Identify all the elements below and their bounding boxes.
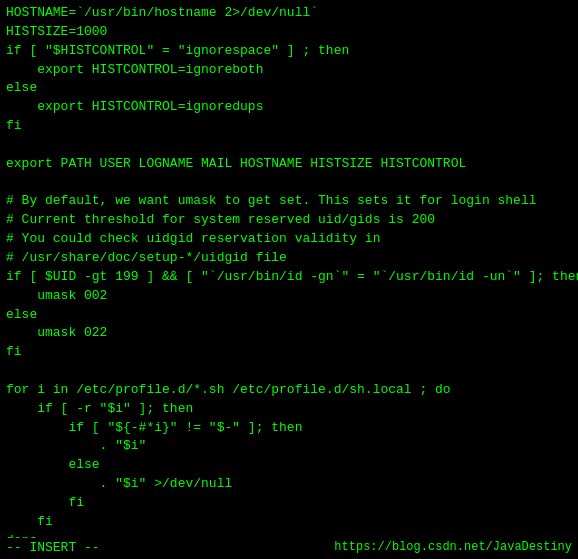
code-line: if [ "${-#*i}" != "$-" ]; then (6, 419, 572, 438)
insert-mode-label: -- INSERT -- (6, 539, 100, 558)
code-line: HISTSIZE=1000 (6, 23, 572, 42)
code-line: HOSTNAME=`/usr/bin/hostname 2>/dev/null` (6, 4, 572, 23)
code-line: else (6, 79, 572, 98)
code-line (6, 136, 572, 155)
code-line: else (6, 306, 572, 325)
code-line: . "$i" (6, 437, 572, 456)
code-line (6, 362, 572, 381)
code-line: export HISTCONTROL=ignoredups (6, 98, 572, 117)
code-line: if [ $UID -gt 199 ] && [ "`/usr/bin/id -… (6, 268, 572, 287)
watermark-text: https://blog.csdn.net/JavaDestiny (334, 539, 572, 558)
code-line: # You could check uidgid reservation val… (6, 230, 572, 249)
code-line: umask 002 (6, 287, 572, 306)
code-line: if [ -r "$i" ]; then (6, 400, 572, 419)
code-line: # Current threshold for system reserved … (6, 211, 572, 230)
status-bar: -- INSERT -- https://blog.csdn.net/JavaD… (0, 538, 578, 559)
code-line: export HISTCONTROL=ignoreboth (6, 61, 572, 80)
code-line: if [ "$HISTCONTROL" = "ignorespace" ] ; … (6, 42, 572, 61)
code-line (6, 174, 572, 193)
code-line: fi (6, 513, 572, 532)
code-line: else (6, 456, 572, 475)
code-line: # By default, we want umask to get set. … (6, 192, 572, 211)
code-line: fi (6, 343, 572, 362)
code-line: umask 022 (6, 324, 572, 343)
code-line: fi (6, 494, 572, 513)
code-line: export PATH USER LOGNAME MAIL HOSTNAME H… (6, 155, 572, 174)
code-line: . "$i" >/dev/null (6, 475, 572, 494)
code-line: for i in /etc/profile.d/*.sh /etc/profil… (6, 381, 572, 400)
code-line: fi (6, 117, 572, 136)
terminal: HOSTNAME=`/usr/bin/hostname 2>/dev/null`… (0, 0, 578, 559)
code-line: # /usr/share/doc/setup-*/uidgid file (6, 249, 572, 268)
